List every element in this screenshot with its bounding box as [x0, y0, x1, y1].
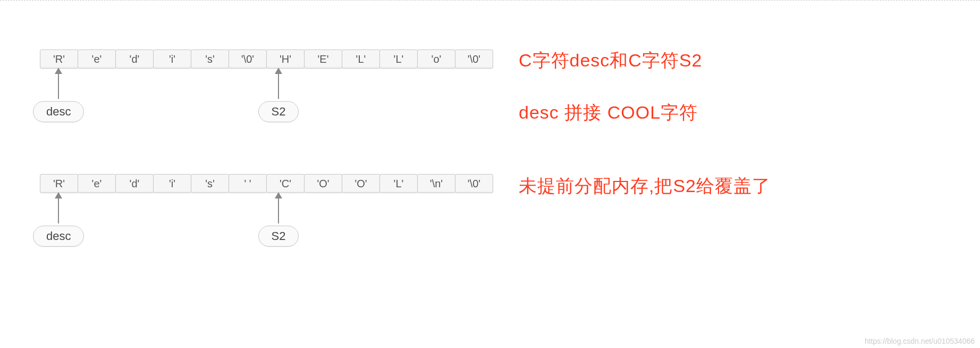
memory-cells-0: 'R''e''d''i''s''\0''H''E''L''L''o''\0' — [40, 49, 493, 69]
annotation-text: desc 拼接 COOL字符 — [519, 101, 698, 125]
memory-cell: '\0' — [455, 49, 493, 69]
annotation-text: C字符desc和C字符S2 — [519, 48, 703, 73]
memory-row-0: 'R''e''d''i''s''\0''H''E''L''L''o''\0' — [40, 49, 493, 69]
memory-cell: 's' — [191, 174, 229, 193]
memory-cell: 'R' — [40, 49, 78, 69]
memory-cell: 'R' — [40, 174, 78, 193]
arrow-stem — [278, 73, 279, 99]
pointer-label: desc — [33, 101, 84, 122]
memory-cell: 'i' — [153, 174, 191, 193]
memory-cell: 'E' — [304, 49, 342, 69]
memory-cells-1: 'R''e''d''i''s'' ''C''O''O''L''\n''\0' — [40, 174, 493, 193]
pointer-label: S2 — [258, 101, 299, 122]
pointer-desc-1: desc — [33, 192, 84, 247]
memory-cell: 'C' — [266, 174, 305, 193]
memory-cell: 'L' — [342, 49, 380, 69]
pointer-desc-0: desc — [33, 68, 84, 122]
memory-cell: '\0' — [229, 49, 267, 69]
pointer-s2-1: S2 — [258, 192, 299, 247]
memory-cell: 'L' — [379, 174, 418, 193]
arrow-stem — [58, 198, 59, 223]
memory-cell: 'd' — [115, 49, 154, 69]
memory-cell: 'e' — [78, 49, 116, 69]
memory-cell: 'o' — [417, 49, 455, 69]
memory-cell: 'e' — [78, 174, 116, 193]
annotation-text: 未提前分配内存,把S2给覆盖了 — [519, 174, 771, 198]
memory-cell: 'H' — [266, 49, 305, 69]
watermark-text: https://blog.csdn.net/u010534066 — [865, 337, 975, 345]
memory-cell: 'L' — [379, 49, 418, 69]
arrow-stem — [58, 73, 59, 99]
memory-cell: '\n' — [417, 174, 455, 193]
memory-cell: ' ' — [229, 174, 267, 193]
memory-cell: 'i' — [153, 49, 191, 69]
memory-cell: '\0' — [455, 174, 493, 193]
memory-cell: 'd' — [115, 174, 154, 193]
arrow-stem — [278, 198, 279, 223]
pointer-label: desc — [33, 226, 84, 247]
pointer-label: S2 — [258, 226, 299, 247]
memory-row-1: 'R''e''d''i''s'' ''C''O''O''L''\n''\0' — [40, 174, 493, 193]
memory-cell: 'O' — [304, 174, 342, 193]
memory-cell: 'O' — [342, 174, 380, 193]
pointer-s2-0: S2 — [258, 68, 299, 122]
memory-cell: 's' — [191, 49, 229, 69]
